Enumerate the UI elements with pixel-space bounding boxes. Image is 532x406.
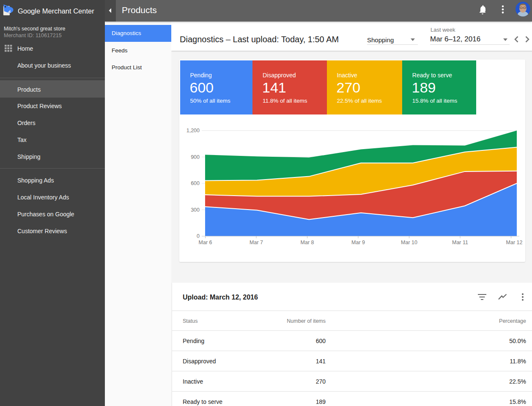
svg-text:300: 300: [191, 207, 200, 213]
svg-text:Mar 7: Mar 7: [250, 240, 263, 245]
svg-text:Mar 9: Mar 9: [351, 240, 365, 245]
svg-text:Mar 10: Mar 10: [401, 240, 417, 245]
svg-text:1,200: 1,200: [186, 128, 200, 134]
svg-text:900: 900: [191, 154, 200, 160]
svg-text:Mar 11: Mar 11: [452, 240, 468, 245]
svg-text:Mar 6: Mar 6: [199, 240, 212, 245]
svg-text:0: 0: [197, 233, 200, 239]
svg-text:600: 600: [191, 180, 200, 186]
svg-text:Mar 12: Mar 12: [506, 240, 523, 245]
svg-text:Mar 8: Mar 8: [301, 240, 314, 245]
